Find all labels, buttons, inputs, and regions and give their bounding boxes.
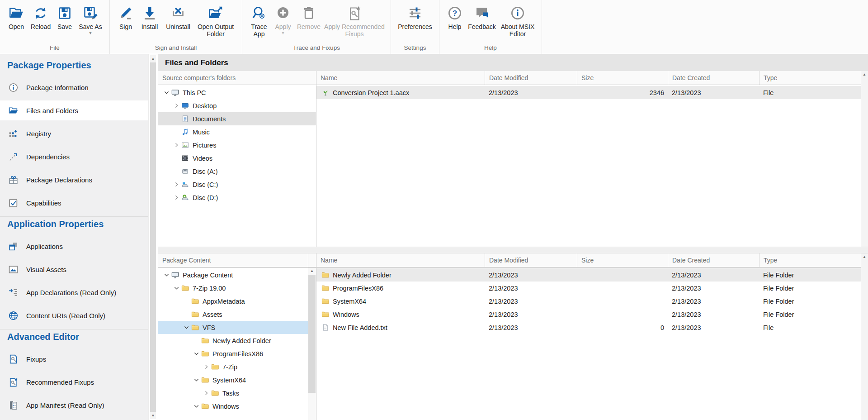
column-header-size[interactable]: Size — [577, 71, 668, 85]
column-header-name[interactable]: Name — [316, 71, 485, 85]
save-as-button[interactable]: Save As ▼ — [77, 3, 104, 35]
tree-item-videos[interactable]: Videos — [158, 152, 316, 165]
tree-item-package-content[interactable]: Package Content — [158, 268, 308, 282]
sign-button[interactable]: Sign — [116, 3, 136, 30]
tree-item-tasks[interactable]: Tasks — [158, 387, 308, 400]
tree-item-disc-d[interactable]: Disc (D:) — [158, 191, 316, 204]
column-header-type[interactable]: Type — [759, 253, 868, 267]
sidebar-item-app-declarations[interactable]: App Declarations (Read Only) — [0, 282, 148, 302]
tree-item-desktop[interactable]: Desktop — [158, 99, 316, 112]
apply-button[interactable]: Apply ▼ — [273, 3, 293, 35]
sidebar-section-application-properties: Application Properties Applications Visu… — [0, 216, 148, 325]
column-header-type[interactable]: Type — [759, 71, 868, 85]
tree-item-programfilesx86[interactable]: ProgramFilesX86 — [158, 347, 308, 360]
chevron-down-icon[interactable] — [192, 373, 200, 387]
chevron-right-icon[interactable] — [172, 178, 180, 191]
tree-item-assets[interactable]: Assets — [158, 308, 308, 321]
music-icon — [180, 128, 189, 136]
feedback-button[interactable]: Feedback — [467, 3, 497, 30]
source-list-scrollbar[interactable]: ▲ — [861, 71, 868, 247]
sidebar-item-visual-assets[interactable]: Visual Assets — [0, 259, 148, 279]
package-tree-scrollbar[interactable]: ▲ — [308, 267, 316, 420]
sidebar-item-label: Registry — [26, 130, 51, 138]
tree-item-this-pc[interactable]: This PC — [158, 86, 316, 99]
column-header-name[interactable]: Name — [316, 253, 485, 267]
apply-recommended-fixups-button[interactable]: Apply Recommended Fixups — [324, 3, 385, 38]
tree-item-7zip-1900[interactable]: 7-Zip 19.00 — [158, 282, 308, 295]
about-msix-editor-button[interactable]: About MSIX Editor — [500, 3, 536, 38]
column-header-date-modified[interactable]: Date Modified — [485, 253, 577, 267]
tree-item-disc-c[interactable]: Disc (C:) — [158, 178, 316, 191]
chevron-down-icon[interactable] — [172, 282, 180, 295]
chevron-right-icon[interactable] — [172, 138, 180, 152]
sidebar-item-files-and-folders[interactable]: Files and Folders — [0, 100, 148, 120]
tree-item-pictures[interactable]: Pictures — [158, 138, 316, 152]
scroll-up-arrow[interactable]: ▲ — [150, 55, 156, 62]
folder-icon — [200, 402, 209, 410]
tree-item-systemx64[interactable]: SystemX64 — [158, 373, 308, 387]
column-header-size[interactable]: Size — [577, 253, 668, 267]
preferences-button[interactable]: Preferences — [397, 3, 433, 30]
column-header-date-created[interactable]: Date Created — [668, 253, 759, 267]
chevron-right-icon[interactable] — [172, 191, 180, 204]
chevron-down-icon[interactable] — [182, 321, 190, 334]
scroll-up-arrow[interactable]: ▲ — [308, 267, 316, 274]
trace-app-button[interactable]: Trace App — [248, 3, 270, 38]
scrollbar-thumb[interactable] — [150, 62, 156, 412]
file-row-conversion-project[interactable]: Conversion Project 1.aacx 2/13/2023 2346… — [316, 86, 868, 99]
reload-button[interactable]: Reload — [29, 3, 52, 30]
file-type: File Folder — [759, 298, 868, 305]
open-output-folder-button[interactable]: Open Output Folder — [195, 3, 236, 38]
toolbar-group-label: Sign and Install — [112, 43, 240, 54]
package-content-tree-header[interactable]: Package Content — [158, 253, 316, 267]
chevron-down-icon[interactable] — [162, 86, 170, 99]
pane-splitter[interactable] — [158, 247, 868, 253]
column-header-date-modified[interactable]: Date Modified — [485, 71, 577, 85]
uninstall-button[interactable]: Uninstall — [164, 3, 193, 30]
save-button[interactable]: Save — [55, 3, 75, 30]
tree-item-documents[interactable]: Documents — [158, 112, 316, 125]
tree-item-windows[interactable]: Windows — [158, 400, 308, 413]
scroll-up-arrow[interactable]: ▲ — [861, 71, 868, 78]
tree-item-disc-a[interactable]: Disc (A:) — [158, 165, 316, 178]
scroll-down-arrow[interactable]: ▼ — [150, 412, 156, 419]
sidebar-item-capabilities[interactable]: Capabilities — [0, 193, 148, 213]
sidebar-item-app-manifest[interactable]: App Manifest (Read Only) — [0, 395, 148, 415]
sidebar-item-recommended-fixups[interactable]: Recommended Fixups — [0, 372, 148, 392]
source-folders-tree-header[interactable]: Source computer's folders — [158, 71, 316, 85]
chevron-down-icon[interactable] — [192, 400, 200, 413]
file-row-systemx64[interactable]: SystemX64 2/13/2023 2/13/2023 File Folde… — [316, 295, 868, 308]
chevron-right-icon[interactable] — [202, 387, 210, 400]
sidebar-item-registry[interactable]: Registry — [0, 124, 148, 143]
chevron-down-icon[interactable]: ▼ — [89, 31, 93, 35]
chevron-down-icon[interactable] — [192, 347, 200, 360]
column-header-date-created[interactable]: Date Created — [668, 71, 759, 85]
package-list-scrollbar[interactable]: ▲ — [861, 253, 868, 420]
install-button[interactable]: Install — [138, 3, 161, 30]
sidebar-item-dependencies[interactable]: Dependencies — [0, 147, 148, 167]
desktop-icon — [180, 102, 189, 110]
scrollbar-thumb[interactable] — [308, 275, 316, 393]
tree-item-7zip[interactable]: 7-Zip — [158, 360, 308, 373]
tree-item-newly-added-folder[interactable]: Newly Added Folder — [158, 334, 308, 347]
scroll-up-arrow[interactable]: ▲ — [861, 253, 868, 260]
chevron-right-icon[interactable] — [202, 360, 210, 373]
open-button[interactable]: Open — [6, 3, 27, 30]
help-button[interactable]: Help — [445, 3, 464, 30]
tree-item-appxmetadata[interactable]: AppxMetadata — [158, 295, 308, 308]
file-row-new-file-added[interactable]: New File Added.txt 2/13/2023 0 2/13/2023… — [316, 321, 868, 334]
sidebar-item-package-declarations[interactable]: Package Declarations — [0, 170, 148, 190]
file-row-windows[interactable]: Windows 2/13/2023 2/13/2023 File Folder — [316, 308, 868, 321]
file-row-newly-added-folder[interactable]: Newly Added Folder 2/13/2023 2/13/2023 F… — [316, 268, 868, 282]
sidebar-item-package-information[interactable]: Package Information — [0, 77, 148, 97]
tree-item-vfs[interactable]: VFS — [158, 321, 308, 334]
chevron-down-icon[interactable] — [162, 268, 170, 282]
file-row-programfilesx86[interactable]: ProgramFilesX86 2/13/2023 2/13/2023 File… — [316, 282, 868, 295]
sidebar-item-fixups[interactable]: Fixups — [0, 349, 148, 369]
scrollbar-track[interactable]: ▲ ▼ — [150, 55, 156, 419]
sidebar-item-content-uris[interactable]: Content URIs (Read Only) — [0, 305, 148, 325]
remove-button[interactable]: Remove — [296, 3, 321, 30]
tree-item-music[interactable]: Music — [158, 125, 316, 138]
chevron-right-icon[interactable] — [172, 99, 180, 112]
sidebar-item-applications[interactable]: Applications — [0, 236, 148, 256]
